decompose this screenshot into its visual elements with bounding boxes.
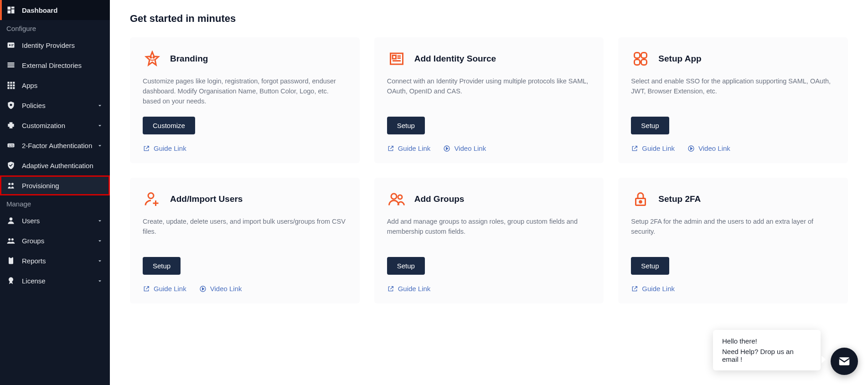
video-link[interactable]: Video Link	[687, 144, 730, 152]
svg-point-20	[10, 104, 12, 106]
link-label: Guide Link	[154, 285, 186, 293]
link-label: Guide Link	[398, 144, 431, 152]
user-icon	[6, 216, 16, 225]
list-icon	[6, 61, 16, 70]
svg-rect-40	[641, 53, 647, 58]
card-desc: Add and manage groups to assign roles, g…	[387, 217, 591, 247]
chat-fab-button[interactable]	[831, 348, 858, 375]
setup-button[interactable]: Setup	[387, 257, 425, 275]
card-grid: Branding Customize pages like login, reg…	[130, 37, 848, 303]
svg-point-30	[9, 277, 13, 282]
page-title: Get started in minutes	[130, 13, 848, 25]
user-plus-icon	[143, 190, 162, 209]
svg-rect-4	[8, 42, 15, 48]
link-label: Guide Link	[154, 144, 186, 152]
svg-rect-34	[393, 56, 396, 59]
main-content: Get started in minutes Branding Customiz…	[110, 0, 868, 385]
card-desc: Create, update, delete users, and import…	[143, 217, 347, 247]
card-desc: Customize pages like login, registration…	[143, 77, 347, 107]
star-icon	[143, 49, 162, 68]
shield-check-icon	[6, 161, 16, 170]
setup-button[interactable]: Setup	[631, 257, 669, 275]
svg-rect-39	[635, 53, 640, 58]
svg-rect-8	[8, 62, 15, 64]
sidebar-item-2fa[interactable]: 123 2-Factor Authentication	[0, 135, 110, 155]
link-label: Video Link	[210, 285, 242, 293]
svg-rect-10	[8, 67, 15, 68]
chat-greeting: Hello there!	[722, 337, 811, 345]
card-desc: Connect with an Identity Provider using …	[387, 77, 591, 107]
video-link[interactable]: Video Link	[199, 285, 242, 293]
sidebar-item-policies[interactable]: Policies	[0, 95, 110, 115]
svg-rect-41	[635, 60, 640, 65]
guide-link[interactable]: Guide Link	[143, 285, 186, 293]
sidebar-item-license[interactable]: License	[0, 271, 110, 291]
card-title: Add Identity Source	[414, 54, 496, 64]
sidebar-item-users[interactable]: Users	[0, 210, 110, 231]
svg-point-51	[640, 201, 642, 203]
sidebar-item-identity-providers[interactable]: Identity Providers	[0, 35, 110, 55]
sidebar-item-label: Users	[22, 217, 97, 225]
play-icon	[199, 285, 207, 293]
sidebar-item-adaptive-auth[interactable]: Adaptive Authentication	[0, 155, 110, 175]
sidebar-item-label: Adaptive Authentication	[22, 162, 103, 169]
sidebar-item-provisioning[interactable]: Provisioning	[0, 175, 110, 195]
chat-tooltip: Hello there! Need Help? Drop us an email…	[713, 330, 821, 370]
license-icon	[6, 276, 16, 285]
dashboard-icon	[6, 5, 16, 15]
svg-point-32	[153, 57, 154, 58]
chevron-down-icon	[97, 237, 103, 244]
svg-rect-6	[11, 44, 14, 45]
card-identity-source: Add Identity Source Connect with an Iden…	[374, 37, 604, 163]
svg-rect-2	[11, 9, 15, 13]
link-label: Guide Link	[642, 285, 675, 293]
sidebar-item-customization[interactable]: Customization	[0, 115, 110, 135]
news-icon	[387, 49, 406, 68]
svg-text:123: 123	[8, 144, 13, 147]
svg-rect-3	[8, 10, 11, 14]
chat-help-text: Need Help? Drop us an email !	[722, 348, 811, 363]
customize-button[interactable]: Customize	[143, 117, 195, 134]
guide-link[interactable]: Guide Link	[387, 144, 431, 152]
open-icon	[631, 145, 638, 152]
chat-tooltip-arrow	[822, 356, 826, 363]
video-link[interactable]: Video Link	[443, 144, 486, 152]
sidebar-item-reports[interactable]: Reports	[0, 251, 110, 271]
guide-link[interactable]: Guide Link	[143, 144, 186, 152]
sidebar-item-external-directories[interactable]: External Directories	[0, 55, 110, 75]
sidebar-item-label: Provisioning	[22, 182, 103, 190]
svg-rect-18	[10, 87, 12, 89]
svg-point-27	[11, 238, 14, 241]
svg-rect-15	[10, 84, 12, 86]
svg-rect-28	[9, 257, 13, 264]
setup-button[interactable]: Setup	[143, 257, 181, 275]
link-label: Video Link	[698, 144, 730, 152]
svg-point-49	[398, 195, 402, 199]
svg-rect-42	[641, 60, 647, 65]
card-title: Setup App	[658, 54, 701, 64]
guide-link[interactable]: Guide Link	[631, 144, 675, 152]
play-icon	[443, 145, 450, 152]
lock-icon	[631, 190, 650, 209]
groups-icon	[6, 236, 16, 245]
svg-rect-19	[13, 87, 15, 89]
users-sync-icon	[6, 181, 16, 190]
svg-rect-0	[8, 7, 11, 10]
setup-button[interactable]: Setup	[631, 117, 669, 134]
shield-gear-icon	[6, 101, 16, 110]
id-icon	[6, 41, 16, 50]
svg-point-24	[11, 183, 14, 185]
sidebar-item-dashboard[interactable]: Dashboard	[0, 0, 110, 20]
guide-link[interactable]: Guide Link	[387, 285, 431, 293]
guide-link[interactable]: Guide Link	[631, 285, 675, 293]
sidebar-item-apps[interactable]: Apps	[0, 75, 110, 95]
sidebar-section-manage: Manage	[0, 195, 110, 210]
sidebar-item-label: Identity Providers	[22, 41, 103, 49]
setup-button[interactable]: Setup	[387, 117, 425, 134]
svg-point-31	[150, 57, 151, 58]
svg-rect-9	[8, 64, 15, 66]
sidebar-item-label: Groups	[22, 237, 97, 245]
sidebar-item-label: 2-Factor Authentication	[22, 142, 97, 149]
card-desc: Setup 2FA for the admin and the users to…	[631, 217, 835, 247]
sidebar-item-groups[interactable]: Groups	[0, 231, 110, 251]
